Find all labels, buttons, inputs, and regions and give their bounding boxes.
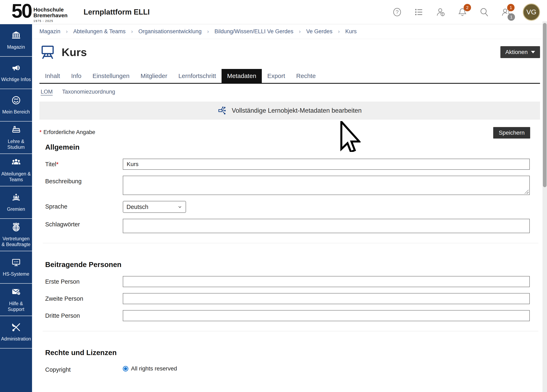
section-heading-allgemein: Allgemein (45, 143, 540, 151)
copyright-label: Copyright (45, 364, 123, 373)
metadata-nodes-icon (218, 106, 228, 115)
caret-down-icon (531, 51, 535, 53)
breadcrumb-item[interactable]: Abteilungen & Teams (73, 28, 126, 35)
beschreibung-textarea[interactable] (123, 176, 530, 195)
top-header: 50 Hochschule Bremerhaven 1975 - 2025 Le… (0, 0, 547, 24)
dritte-person-label: Dritte Person (45, 310, 123, 319)
contacts-badge-count: 1 (508, 13, 515, 21)
sidebar-item-hs-systeme[interactable]: HS-Systeme (0, 251, 32, 284)
chevron-down-icon (178, 204, 182, 209)
form-row-sprache: Sprache Deutsch (39, 201, 540, 213)
section-heading-beitragende: Beitragende Personen (45, 260, 540, 269)
sprache-selected-value: Deutsch (126, 203, 148, 210)
main-sidebar: Magazin Wichtige Infos Mein Bereich (0, 24, 32, 392)
required-star: * (39, 129, 42, 135)
form-row-copyright: Copyright All rights reserved (39, 364, 540, 373)
breadcrumb-item[interactable]: Organisationsentwicklung (138, 28, 202, 35)
breadcrumb-separator: › (131, 28, 133, 35)
copyright-option-row: All rights reserved (123, 364, 530, 372)
sidebar-item-hilfe-support[interactable]: ? Hilfe & Support (0, 284, 32, 316)
tab-export[interactable]: Export (262, 69, 291, 83)
sidebar-filler (0, 349, 32, 392)
breadcrumb-separator: › (299, 28, 301, 35)
tab-metadaten[interactable]: Metadaten (222, 69, 262, 83)
zweite-person-input[interactable] (123, 293, 530, 304)
page-title: Kurs (62, 46, 87, 59)
sidebar-item-administration[interactable]: Administration (0, 316, 32, 349)
todo-list-icon[interactable] (414, 7, 424, 17)
page-title-row: Kurs Aktionen (39, 44, 540, 60)
breadcrumb-item[interactable]: Magazin (39, 28, 60, 35)
tab-mitglieder[interactable]: Mitglieder (135, 69, 173, 83)
logo-50-mark: 50 (12, 1, 31, 20)
app-title: Lernplattform ELLI (83, 8, 150, 16)
general-form: Titel* Beschreibung Sprache Deutsch (39, 159, 540, 233)
search-icon[interactable] (479, 7, 489, 17)
dritte-person-input[interactable] (123, 310, 530, 321)
tab-inhalt[interactable]: Inhalt (39, 69, 66, 83)
required-hint-row: *Erforderliche Angabe Speichern (39, 127, 540, 139)
titel-input[interactable] (123, 159, 530, 170)
required-hint: *Erforderliche Angabe (39, 127, 95, 135)
sprache-select[interactable]: Deutsch (123, 201, 186, 213)
sidebar-item-lehre-studium[interactable]: Lehre & Studium (0, 122, 32, 154)
schlagwoerter-input[interactable] (123, 219, 530, 233)
sidebar-item-vertretungen-beauftragte[interactable]: Vertretungen & Beauftragte (0, 219, 32, 251)
tools-icon (11, 322, 21, 333)
tab-bar: Inhalt Info Einstellungen Mitglieder Ler… (39, 69, 540, 84)
copyright-option-label: All rights reserved (131, 365, 177, 372)
megaphone-icon (11, 63, 21, 74)
save-button[interactable]: Speichern (493, 127, 530, 139)
sidebar-item-abteilungen-teams[interactable]: Abteilungen & Teams (0, 154, 32, 186)
help-icon[interactable]: ? (392, 7, 402, 17)
sidebar-item-gremien[interactable]: Gremien (0, 186, 32, 219)
globe-people-icon (11, 222, 21, 233)
rights-form: Copyright All rights reserved (39, 364, 540, 373)
contributors-form: Erste Person Zweite Person Dritte Person (39, 276, 540, 321)
scrollbar-thumb[interactable] (543, 23, 547, 187)
required-star: * (56, 161, 59, 168)
svg-text:?: ? (18, 292, 19, 295)
edit-full-metadata-bar[interactable]: Vollständige Lernobjekt-Metadaten bearbe… (39, 101, 540, 120)
notifications-badge: 2 (464, 4, 471, 11)
breadcrumb: Magazin › Abteilungen & Teams › Organisa… (32, 24, 547, 39)
main-content: Magazin › Abteilungen & Teams › Organisa… (32, 24, 547, 392)
copyright-radio[interactable] (123, 366, 128, 372)
form-row-dritte-person: Dritte Person (39, 310, 540, 321)
sidebar-item-magazin[interactable]: Magazin (0, 24, 32, 57)
schlagwoerter-label: Schlagwörter (45, 219, 123, 228)
tab-einstellungen[interactable]: Einstellungen (87, 69, 135, 83)
contacts-badge-new: 1 (507, 4, 514, 11)
form-row-erste-person: Erste Person (39, 276, 540, 287)
tab-info[interactable]: Info (66, 69, 87, 83)
subtab-taxonomiezuordnung[interactable]: Taxonomiezuordnung (62, 89, 115, 95)
committee-icon (11, 193, 21, 203)
breadcrumb-item[interactable]: Bildung/Wissen/ELLI Ve Gerdes (214, 28, 293, 35)
vertical-scrollbar[interactable] (542, 21, 547, 392)
radio-dot (124, 367, 127, 370)
sprache-label: Sprache (45, 201, 123, 210)
titel-label: Titel* (45, 159, 123, 168)
breadcrumb-item[interactable]: Kurs (345, 28, 357, 35)
sidebar-item-wichtige-infos[interactable]: Wichtige Infos (0, 57, 32, 89)
university-logo[interactable]: 50 Hochschule Bremerhaven 1975 - 2025 (12, 1, 68, 23)
form-row-schlagwoerter: Schlagwörter (39, 219, 540, 233)
header-icon-group: ? 2 (392, 3, 540, 21)
subtab-lom[interactable]: LOM (41, 89, 53, 95)
contacts-icon[interactable]: 1 1 (501, 7, 511, 17)
erste-person-input[interactable] (123, 276, 530, 287)
resize-handle[interactable] (524, 190, 528, 194)
notifications-bell-icon[interactable]: 2 (458, 7, 467, 17)
sidebar-item-mein-bereich[interactable]: Mein Bereich (0, 89, 32, 122)
tab-rechte[interactable]: Rechte (291, 69, 321, 83)
svg-text:?: ? (396, 9, 398, 15)
breadcrumb-item[interactable]: Ve Gerdes (306, 28, 332, 35)
logo-text: Hochschule Bremerhaven 1975 - 2025 (34, 7, 68, 23)
avatar[interactable]: VG (523, 3, 540, 21)
zweite-person-label: Zweite Person (45, 293, 123, 302)
section-divider (43, 331, 538, 331)
course-easel-icon (39, 44, 56, 60)
tab-lernfortschritt[interactable]: Lernfortschritt (173, 69, 222, 83)
user-alert-icon[interactable] (436, 7, 445, 17)
actions-button[interactable]: Aktionen (500, 46, 540, 58)
